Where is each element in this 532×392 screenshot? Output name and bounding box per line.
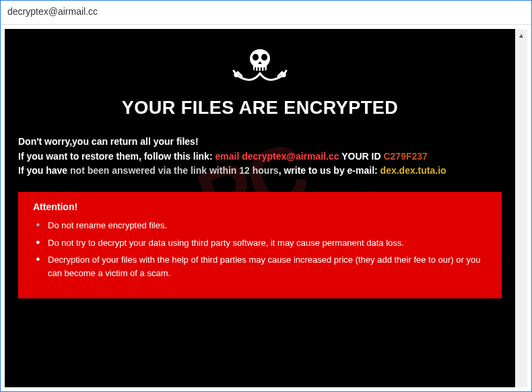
skull-crossbones-icon [18, 45, 502, 92]
svg-rect-4 [255, 67, 256, 71]
svg-rect-7 [264, 67, 265, 71]
list-item: Decryption of your files with the help o… [33, 253, 487, 280]
attention-list: Do not rename encrypted files. Do not tr… [33, 219, 487, 280]
scroll-up-icon[interactable]: ▲ [515, 29, 527, 41]
ransom-note: PC risk.com [5, 29, 515, 387]
body-text: Don't worry,you can return all your file… [18, 135, 502, 178]
line-1: Don't worry,you can return all your file… [18, 135, 502, 150]
content-wrap: PC risk.com [1, 25, 531, 391]
attention-box: Attention! Do not rename encrypted files… [18, 192, 502, 298]
line-2: If you want to restore them, follow this… [18, 150, 502, 164]
vertical-scrollbar[interactable]: ▲ [515, 29, 527, 387]
list-item: Do not try to decrypt your data using th… [33, 236, 487, 250]
titlebar: decryptex@airmail.cc [1, 1, 531, 25]
svg-rect-5 [258, 67, 259, 71]
line-3: If you have not been answered via the li… [18, 164, 502, 178]
window-title: decryptex@airmail.cc [7, 6, 98, 17]
contact-email: decryptex@airmail.cc [242, 151, 339, 162]
main-heading: YOUR FILES ARE ENCRYPTED [18, 98, 502, 119]
contact-email-alt: dex.dex.tuta.io [380, 165, 446, 176]
list-item: Do not rename encrypted files. [33, 219, 487, 232]
attention-title: Attention! [33, 201, 487, 212]
svg-point-3 [261, 54, 267, 61]
svg-point-2 [253, 54, 259, 61]
victim-id: C279F237 [383, 151, 427, 162]
app-window: decryptex@airmail.cc PC risk.com [0, 0, 532, 392]
svg-rect-6 [261, 67, 262, 71]
